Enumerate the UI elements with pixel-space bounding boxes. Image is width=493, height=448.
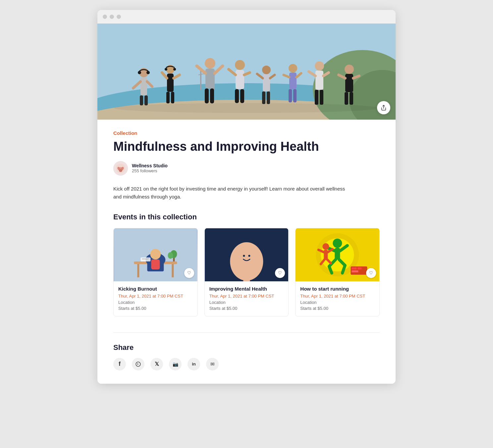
event-date-1: Thur, Apr 1, 2021 at 7:00 PM CST — [118, 294, 193, 299]
event-favorite-button-3[interactable]: ♡ — [366, 268, 376, 278]
svg-rect-50 — [345, 74, 353, 92]
svg-point-85 — [248, 255, 250, 257]
svg-rect-27 — [235, 89, 239, 103]
main-content: Collection Mindfulness and Improving Hea… — [97, 120, 396, 384]
events-grid: ♡ Kicking Burnout Thur, Apr 1, 2021 at 7… — [113, 228, 380, 316]
svg-point-58 — [173, 68, 176, 71]
twitter-share-button[interactable]: 𝕏 — [150, 358, 163, 370]
events-section-title: Events in this collection — [113, 213, 380, 221]
event-image-burnout: ♡ — [114, 228, 197, 281]
svg-point-25 — [235, 60, 245, 70]
svg-rect-15 — [166, 92, 170, 103]
collection-description: Kick off 2021 on the right foot by inves… — [113, 185, 352, 201]
svg-rect-46 — [320, 90, 323, 105]
titlebar — [97, 10, 396, 24]
svg-point-56 — [146, 71, 150, 74]
svg-point-98 — [323, 243, 329, 250]
event-favorite-button-2[interactable]: ♡ — [275, 268, 285, 278]
svg-rect-21 — [205, 88, 209, 103]
svg-rect-52 — [350, 92, 353, 105]
svg-point-57 — [165, 68, 167, 71]
traffic-light-minimize[interactable] — [110, 15, 114, 19]
svg-rect-28 — [240, 89, 244, 103]
linkedin-share-button[interactable]: in — [188, 358, 200, 370]
share-section: Share f 𝕏 📷 in ✉ — [113, 332, 380, 370]
svg-rect-39 — [289, 89, 292, 102]
svg-rect-20 — [205, 69, 215, 88]
event-date-2: Thur, Apr 1, 2021 at 7:00 PM CST — [209, 294, 284, 299]
svg-rect-68 — [137, 264, 139, 277]
event-details-3: How to start running Thur, Apr 1, 2021 a… — [296, 281, 379, 316]
svg-rect-44 — [315, 71, 323, 90]
svg-rect-38 — [289, 73, 297, 89]
event-price-2: Starts at $5.00 — [209, 306, 284, 311]
svg-point-79 — [168, 252, 173, 259]
organizer-row: Wellness Studio 255 followers — [113, 161, 380, 176]
svg-point-43 — [315, 61, 324, 71]
svg-rect-76 — [142, 259, 148, 259]
svg-point-37 — [289, 64, 297, 73]
svg-rect-105 — [352, 267, 357, 269]
svg-rect-32 — [263, 74, 270, 91]
traffic-light-maximize[interactable] — [117, 15, 121, 19]
event-card[interactable]: ♡ Kicking Burnout Thur, Apr 1, 2021 at 7… — [113, 228, 198, 316]
event-image-mental-health: ♡ — [205, 228, 289, 281]
event-location-1: Location — [118, 300, 193, 305]
email-share-button[interactable]: ✉ — [206, 358, 219, 370]
svg-rect-26 — [236, 70, 244, 89]
svg-rect-51 — [345, 92, 348, 105]
organizer-avatar[interactable] — [113, 161, 128, 176]
organizer-name[interactable]: Wellness Studio — [132, 163, 168, 168]
event-location-3: Location — [300, 300, 375, 305]
organizer-followers: 255 followers — [132, 168, 168, 173]
messenger-share-button[interactable] — [132, 358, 144, 370]
svg-rect-16 — [171, 92, 174, 103]
event-title-1: Kicking Burnout — [118, 286, 193, 292]
event-location-2: Location — [209, 300, 284, 305]
svg-rect-8 — [140, 77, 147, 95]
svg-rect-14 — [167, 74, 174, 92]
organizer-info: Wellness Studio 255 followers — [132, 163, 168, 173]
svg-point-90 — [333, 239, 342, 248]
svg-rect-86 — [243, 277, 250, 281]
svg-rect-73 — [151, 259, 160, 269]
event-details-1: Kicking Burnout Thur, Apr 1, 2021 at 7:0… — [114, 281, 197, 316]
svg-point-72 — [150, 249, 161, 259]
event-card[interactable]: ♡ Improving Mental Health Thur, Apr 1, 2… — [204, 228, 289, 316]
svg-rect-9 — [140, 95, 143, 105]
svg-rect-106 — [358, 267, 362, 269]
facebook-share-button[interactable]: f — [113, 358, 126, 370]
svg-rect-10 — [144, 95, 148, 105]
svg-rect-5 — [200, 70, 201, 90]
svg-rect-107 — [352, 270, 358, 272]
svg-point-81 — [230, 242, 263, 281]
event-price-3: Starts at $5.00 — [300, 306, 375, 311]
event-details-2: Improving Mental Health Thur, Apr 1, 202… — [205, 281, 289, 316]
svg-rect-34 — [267, 91, 270, 104]
hero-image — [97, 24, 396, 120]
event-date-3: Thur, Apr 1, 2021 at 7:00 PM CST — [300, 294, 375, 299]
event-title-2: Improving Mental Health — [209, 286, 284, 292]
page-title: Mindfulness and Improving Health — [113, 139, 380, 154]
traffic-light-close[interactable] — [103, 15, 107, 19]
share-icons-row: f 𝕏 📷 in ✉ — [113, 358, 380, 370]
hero-share-button[interactable] — [377, 101, 390, 114]
svg-rect-22 — [210, 88, 214, 103]
svg-rect-40 — [293, 89, 297, 102]
svg-point-49 — [345, 65, 354, 74]
svg-rect-69 — [172, 264, 174, 277]
svg-point-65 — [119, 169, 122, 172]
svg-point-59 — [114, 103, 379, 113]
svg-rect-75 — [142, 258, 149, 259]
event-favorite-button-1[interactable]: ♡ — [184, 268, 194, 278]
svg-point-55 — [138, 71, 141, 74]
svg-point-84 — [243, 255, 245, 257]
svg-rect-45 — [315, 90, 318, 105]
collection-label: Collection — [113, 130, 380, 136]
svg-point-19 — [205, 58, 215, 69]
window-content: Collection Mindfulness and Improving Hea… — [97, 24, 396, 384]
event-image-running: ♡ — [296, 228, 379, 281]
instagram-share-button[interactable]: 📷 — [169, 358, 182, 370]
svg-rect-33 — [262, 91, 265, 104]
event-card[interactable]: ♡ How to start running Thur, Apr 1, 2021… — [295, 228, 380, 316]
